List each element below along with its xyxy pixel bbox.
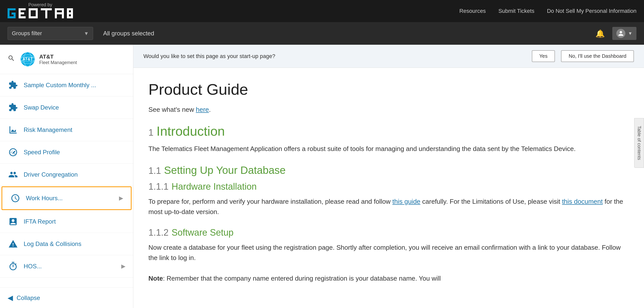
- sidebar-item-label: IFTA Report: [24, 218, 126, 225]
- note-prefix: Note: [148, 275, 163, 282]
- sidebar: AT&T AT&T Fleet Management Sample Custom…: [0, 45, 133, 308]
- chart-icon: [8, 124, 19, 135]
- svg-rect-11: [29, 8, 38, 10]
- hos-arrow-icon: ▶: [121, 263, 126, 270]
- section-1-1-2-heading: Software Setup: [172, 227, 233, 238]
- toc-tab[interactable]: Table of contents: [634, 118, 644, 168]
- work-hours-arrow-icon: ▶: [119, 195, 123, 201]
- groups-filter-label: Groups filter: [12, 30, 84, 37]
- section-1-1-2-number: 1.1.2: [148, 227, 169, 238]
- groups-bar: Groups filter ▼ All groups selected 🔔 ▼: [0, 22, 644, 45]
- here-link[interactable]: here: [196, 106, 209, 113]
- geotab-logo: Powered by: [8, 3, 73, 20]
- puzzle-icon: [8, 80, 19, 91]
- section-1-1-number: 1.1: [148, 166, 161, 176]
- nav-icons: 🔔 ▼: [595, 27, 636, 40]
- this-document-link[interactable]: this document: [562, 198, 603, 205]
- submit-tickets-link[interactable]: Submit Tickets: [498, 8, 534, 14]
- section-1-1-1-title: 1.1.1 Hardware Installation: [148, 181, 626, 192]
- groups-selected-text: All groups selected: [103, 30, 154, 37]
- top-nav: Powered by: [0, 0, 644, 22]
- sidebar-item-hos[interactable]: HOS... ▶: [0, 255, 133, 278]
- svg-rect-18: [55, 12, 64, 14]
- svg-rect-4: [12, 13, 16, 15]
- collapse-arrow-icon: ◀: [8, 294, 13, 302]
- att-logo: AT&T AT&T Fleet Management: [20, 52, 77, 67]
- svg-rect-12: [29, 16, 38, 18]
- main-content: Would you like to set this page as your …: [133, 45, 644, 308]
- sidebar-item-sample-custom-monthly[interactable]: Sample Custom Monthly ...: [0, 74, 133, 96]
- section-1-1-heading: Setting Up Your Database: [164, 164, 286, 176]
- sidebar-item-label: Log Data & Collisions: [24, 240, 126, 247]
- svg-text:AT&T: AT&T: [22, 57, 33, 61]
- this-guide-link[interactable]: this guide: [392, 198, 420, 205]
- section-1-1-1-body-middle: carefully. For the Limitations of Use, p…: [420, 198, 562, 205]
- user-dropdown[interactable]: ▼: [612, 27, 636, 40]
- avatar: [616, 29, 625, 38]
- speedometer-icon: [8, 147, 19, 158]
- section-1-1-1-heading: Hardware Installation: [172, 181, 257, 192]
- section-1-1-1-number: 1.1.1: [148, 181, 169, 192]
- main-layout: AT&T AT&T Fleet Management Sample Custom…: [0, 45, 644, 308]
- svg-rect-6: [19, 8, 26, 10]
- sidebar-list: Sample Custom Monthly ... Swap Device Ri…: [0, 74, 133, 287]
- sidebar-item-label: Risk Management: [24, 126, 126, 133]
- group-icon: [8, 169, 19, 180]
- startup-question-text: Would you like to set this page as your …: [143, 53, 526, 60]
- notification-bell-icon[interactable]: 🔔: [595, 29, 605, 38]
- groups-filter-chevron-icon: ▼: [84, 31, 89, 36]
- see-whats-new-prefix: See what's new: [148, 106, 196, 113]
- note-body: : Remember that the company name entered…: [163, 275, 441, 282]
- user-dropdown-arrow-icon: ▼: [628, 31, 632, 36]
- svg-rect-17: [55, 8, 64, 10]
- see-whats-new-text: See what's new here.: [148, 106, 626, 114]
- section-1-number: 1: [148, 127, 153, 138]
- svg-rect-14: [45, 8, 47, 18]
- sidebar-item-swap-device[interactable]: Swap Device: [0, 96, 133, 119]
- section-1-1-2-title: 1.1.2 Software Setup: [148, 227, 626, 238]
- timer-icon: [8, 261, 19, 272]
- svg-rect-7: [19, 12, 24, 14]
- section-1-1-title: 1.1 Setting Up Your Database: [148, 164, 626, 176]
- collapse-label: Collapse: [17, 294, 40, 301]
- top-nav-links: Resources Submit Tickets Do Not Sell My …: [459, 8, 636, 14]
- sidebar-header: AT&T AT&T Fleet Management: [0, 45, 133, 74]
- att-logo-icon: AT&T: [20, 52, 35, 67]
- report-icon: [8, 216, 19, 227]
- section-1-1-1-body: To prepare for, perform and verify your …: [148, 196, 626, 217]
- sidebar-item-log-data-collisions[interactable]: Log Data & Collisions: [0, 233, 133, 255]
- sidebar-item-ifta-report[interactable]: IFTA Report: [0, 211, 133, 233]
- sidebar-item-label: Driver Congregation: [24, 171, 126, 178]
- warning-icon: [8, 238, 19, 249]
- sidebar-item-work-hours[interactable]: Work Hours... ▶: [2, 186, 132, 210]
- geotab-svg-logo: [8, 7, 73, 20]
- startup-yes-button[interactable]: Yes: [532, 50, 555, 62]
- svg-rect-1: [8, 8, 16, 10]
- sidebar-item-label: Speed Profile: [24, 149, 126, 156]
- sidebar-item-speed-profile[interactable]: Speed Profile: [0, 141, 133, 164]
- section-1-body: The Telematics Fleet Management Applicat…: [148, 144, 626, 154]
- logo-area: Powered by: [8, 3, 78, 20]
- geotab-wordmark: [8, 7, 73, 20]
- section-1-title: 1 Introduction: [148, 124, 626, 139]
- do-not-sell-link[interactable]: Do Not Sell My Personal Information: [547, 8, 636, 14]
- sidebar-item-driver-congregation[interactable]: Driver Congregation: [0, 164, 133, 186]
- startup-no-button[interactable]: No, I'll use the Dashboard: [561, 50, 634, 62]
- section-1-heading: Introduction: [156, 124, 225, 139]
- att-logo-text: AT&T Fleet Management: [39, 54, 77, 65]
- groups-filter-select[interactable]: Groups filter ▼: [8, 27, 93, 40]
- section-1-1-2-body: Now create a database for your fleet usi…: [148, 242, 626, 263]
- sidebar-collapse[interactable]: ◀ Collapse: [0, 287, 133, 308]
- page-title: Product Guide: [148, 80, 626, 98]
- svg-rect-8: [19, 16, 26, 18]
- svg-rect-24: [71, 12, 73, 18]
- sidebar-item-label: Sample Custom Monthly ...: [24, 82, 126, 89]
- note-text: Note: Remember that the company name ent…: [148, 273, 626, 284]
- sidebar-item-label: Swap Device: [24, 104, 126, 111]
- resources-link[interactable]: Resources: [459, 8, 486, 14]
- sidebar-item-label: Work Hours...: [26, 195, 114, 202]
- search-icon[interactable]: [8, 55, 15, 64]
- sidebar-item-risk-management[interactable]: Risk Management: [0, 119, 133, 141]
- powered-by-text: Powered by: [28, 3, 52, 7]
- section-1-1-1-body-before: To prepare for, perform and verify your …: [148, 198, 392, 205]
